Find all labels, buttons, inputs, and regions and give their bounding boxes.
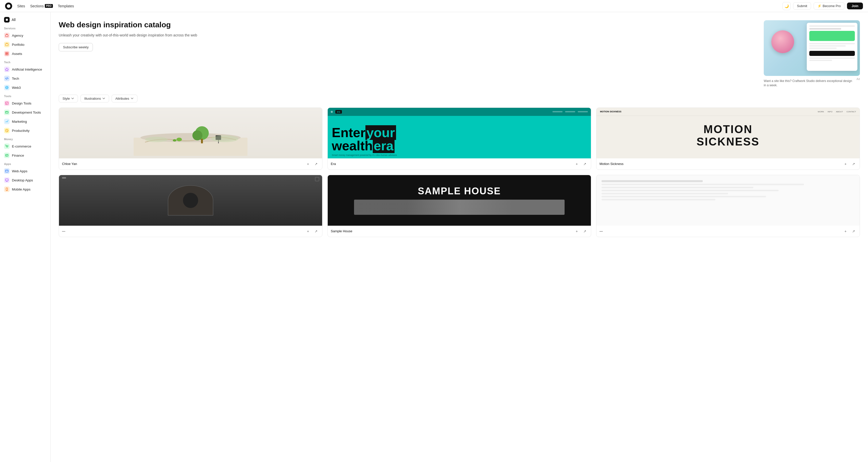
- card-chloe-yan-footer: Chloe Yan + ↗: [59, 158, 322, 170]
- open-external-button[interactable]: ↗: [582, 161, 588, 167]
- marketing-icon: [4, 119, 10, 124]
- sidebar-item-ecommerce[interactable]: E-commerce: [0, 142, 50, 151]
- sidebar-item-desktop-apps[interactable]: Desktop Apps: [0, 176, 50, 185]
- chevron-down-icon: [102, 97, 105, 100]
- style-filter-button[interactable]: Style: [59, 95, 78, 102]
- svg-rect-5: [7, 54, 8, 55]
- hero-text: Web design inspiration catalog Unleash y…: [59, 20, 756, 51]
- ad-caption: Want a site like this? Craftwork Studio …: [764, 79, 855, 88]
- page-title: Web design inspiration catalog: [59, 20, 756, 29]
- hero-section: Web design inspiration catalog Unleash y…: [59, 20, 860, 88]
- marketing-label: Marketing: [12, 120, 27, 123]
- add-to-collection-button[interactable]: +: [574, 161, 580, 167]
- svg-rect-11: [6, 102, 8, 105]
- sidebar-item-design-tools[interactable]: Design Tools: [0, 99, 50, 108]
- svg-rect-4: [6, 54, 7, 55]
- card-sample-house[interactable]: SAMPLE HOUSE Sample House + ↗: [328, 175, 591, 237]
- sidebar-item-web3[interactable]: Web3: [0, 83, 50, 92]
- hero-advertisement: Want a site like this? Craftwork Studio …: [764, 20, 860, 88]
- sidebar-item-agency[interactable]: Agency: [0, 31, 50, 40]
- svg-rect-2: [6, 52, 7, 54]
- nav-templates[interactable]: Templates: [58, 4, 74, 8]
- web3-icon: [4, 85, 10, 90]
- card-document[interactable]: — + ↗: [596, 175, 860, 237]
- card-motion-sickness-image: MOTION SICKNESS WORK INFO ABOUT CONTACT …: [596, 108, 860, 158]
- moon-icon: 🌙: [784, 4, 789, 8]
- nav-sites[interactable]: Sites: [17, 4, 25, 8]
- finance-label: Finance: [12, 154, 24, 157]
- card-motion-sickness[interactable]: MOTION SICKNESS WORK INFO ABOUT CONTACT …: [596, 107, 860, 170]
- card-document-name: —: [599, 229, 603, 233]
- svg-point-41: [145, 136, 168, 142]
- logo[interactable]: [5, 3, 12, 10]
- card-sample-house-name: Sample House: [331, 229, 352, 233]
- open-external-button[interactable]: ↗: [850, 161, 857, 167]
- sidebar-item-all[interactable]: All: [0, 15, 50, 24]
- sidebar-item-ai[interactable]: Artificial Intelligence: [0, 65, 50, 74]
- sidebar-section-services: Services: [0, 24, 50, 31]
- open-external-button[interactable]: ↗: [313, 228, 319, 234]
- add-to-collection-button[interactable]: +: [305, 161, 311, 167]
- illustrations-filter-button[interactable]: Illustrations: [81, 95, 109, 102]
- finance-icon: [4, 153, 10, 158]
- portfolio-label: Portfolio: [12, 43, 25, 47]
- sidebar-item-finance[interactable]: Finance: [0, 151, 50, 160]
- add-to-collection-button[interactable]: +: [842, 161, 848, 167]
- theme-toggle-button[interactable]: 🌙: [782, 2, 790, 10]
- card-tent-image: [59, 175, 322, 226]
- card-motion-sickness-footer: Motion Sickness + ↗: [596, 158, 860, 170]
- join-button[interactable]: Join: [847, 3, 863, 9]
- card-document-footer: — + ↗: [596, 226, 860, 237]
- open-external-button[interactable]: ↗: [313, 161, 319, 167]
- svg-rect-23: [6, 156, 7, 156]
- svg-point-37: [173, 139, 176, 142]
- nav-sections[interactable]: Sections PRO: [30, 4, 53, 8]
- svg-point-40: [211, 135, 238, 142]
- card-chloe-yan[interactable]: Chloe Yan + ↗: [59, 107, 322, 170]
- svg-point-34: [192, 130, 203, 141]
- sidebar-item-portfolio[interactable]: Portfolio: [0, 40, 50, 49]
- sidebar-item-dev-tools[interactable]: Development Tools: [0, 108, 50, 117]
- web-apps-label: Web Apps: [12, 169, 27, 173]
- chevron-down-icon: [71, 97, 74, 100]
- svg-point-19: [7, 147, 7, 148]
- add-to-collection-button[interactable]: +: [305, 228, 311, 234]
- mobile-apps-label: Mobile Apps: [12, 187, 31, 191]
- card-tent[interactable]: — + ↗: [59, 175, 322, 237]
- assets-label: Assets: [12, 52, 22, 56]
- sidebar-item-web-apps[interactable]: Web Apps: [0, 166, 50, 176]
- sidebar-item-productivity[interactable]: Productivity: [0, 126, 50, 135]
- svg-line-7: [7, 78, 7, 80]
- sidebar-section-tech: Tech: [0, 58, 50, 65]
- become-pro-button[interactable]: ⚡ Become Pro: [814, 2, 845, 10]
- add-to-collection-button[interactable]: +: [574, 228, 580, 234]
- productivity-label: Productivity: [12, 129, 30, 132]
- portfolio-icon: [4, 42, 10, 47]
- open-external-button[interactable]: ↗: [850, 228, 857, 234]
- main-content: Web design inspiration catalog Unleash y…: [51, 12, 868, 462]
- sidebar-item-tech[interactable]: Tech: [0, 74, 50, 83]
- attributes-filter-button[interactable]: Attributes: [112, 95, 137, 102]
- sidebar-item-marketing[interactable]: Marketing: [0, 117, 50, 126]
- design-tools-icon: [4, 100, 10, 106]
- subscribe-button[interactable]: Subscribe weekly: [59, 43, 93, 51]
- cards-grid: Chloe Yan + ↗ era: [59, 107, 860, 170]
- add-to-collection-button[interactable]: +: [842, 228, 848, 234]
- card-motion-sickness-name: Motion Sickness: [599, 162, 624, 166]
- sidebar-item-mobile-apps[interactable]: Mobile Apps: [0, 185, 50, 194]
- card-era-image: era Enteryour wealthera Smart money mana…: [328, 108, 591, 158]
- sidebar-section-tools: Tools: [0, 92, 50, 99]
- sidebar-item-assets[interactable]: Assets: [0, 49, 50, 58]
- card-era-name: Era: [331, 162, 336, 166]
- ad-image[interactable]: [764, 20, 860, 76]
- card-era[interactable]: era Enteryour wealthera Smart money mana…: [328, 107, 591, 170]
- svg-point-16: [6, 112, 6, 112]
- design-tools-label: Design Tools: [12, 101, 31, 105]
- card-sample-house-image: SAMPLE HOUSE: [328, 175, 591, 226]
- ad-label: Ad: [857, 78, 860, 81]
- dev-tools-label: Development Tools: [12, 111, 41, 114]
- card-tent-name: —: [62, 229, 65, 233]
- open-external-button[interactable]: ↗: [582, 228, 588, 234]
- submit-button[interactable]: Submit: [793, 2, 811, 10]
- tech-label: Tech: [12, 76, 19, 81]
